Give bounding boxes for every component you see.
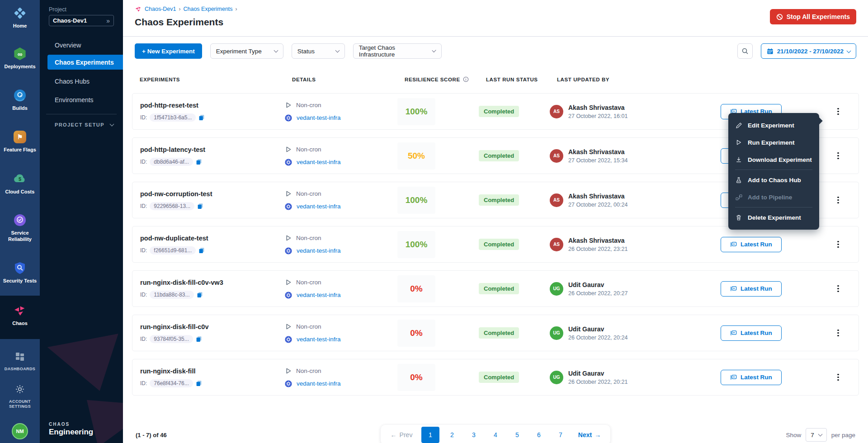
breadcrumb-project[interactable]: Chaos-Dev1 [145, 6, 176, 12]
infrastructure-link[interactable]: vedant-test-infra [297, 114, 341, 121]
menu-item-add-to-pipeline: Add to Pipeline [728, 189, 819, 206]
infrastructure-link[interactable]: vedant-test-infra [297, 203, 341, 210]
updated-timestamp: 26 October 2022, 20:27 [568, 290, 627, 297]
user-avatar[interactable]: NM [12, 423, 28, 439]
row-menu-kebab[interactable] [834, 327, 842, 339]
copy-icon[interactable] [196, 336, 202, 342]
status-filter[interactable]: Status [292, 43, 345, 59]
page-button-2[interactable]: 2 [443, 427, 461, 443]
user-name: Udit Gaurav [568, 281, 627, 288]
security-tests-icon [13, 261, 27, 275]
nav-item-chaos-experiments[interactable]: Chaos Experiments [47, 55, 123, 70]
sidebar-item-cloud-costs[interactable]: $ Cloud Costs [0, 172, 40, 195]
experiment-name[interactable]: pod-http-latency-test [140, 146, 285, 153]
row-menu-kebab[interactable] [834, 371, 842, 384]
user-name: Udit Gaurav [568, 370, 627, 377]
copy-icon[interactable] [198, 114, 205, 121]
play-icon [285, 368, 292, 374]
latest-run-button[interactable]: Latest Run [721, 237, 782, 252]
search-button[interactable] [737, 43, 753, 59]
row-menu-kebab[interactable] [834, 194, 842, 207]
schedule-type: Non-cron [296, 368, 321, 374]
latest-run-button[interactable]: Latest Run [721, 281, 782, 297]
infrastructure-link[interactable]: vedant-test-infra [297, 380, 341, 387]
latest-run-button[interactable]: Latest Run [721, 370, 782, 385]
target-infrastructure-filter[interactable]: Target Chaos Infrastructure [353, 43, 442, 59]
latest-run-button[interactable]: Latest Run [721, 325, 782, 341]
copy-icon[interactable] [196, 380, 202, 386]
per-page-select[interactable]: 7 [806, 428, 827, 442]
row-menu-kebab[interactable] [834, 150, 842, 162]
sidebar-item-builds[interactable]: Builds [0, 89, 40, 112]
menu-item-edit-experiment[interactable]: Edit Experiment [728, 117, 819, 134]
avatar: AS [550, 105, 563, 118]
info-icon[interactable] [463, 76, 469, 82]
copy-icon[interactable] [197, 203, 203, 209]
chevron-down-icon [847, 48, 851, 53]
experiment-name[interactable]: run-nginx-disk-fill-c0v-vw3 [140, 279, 285, 286]
project-selector[interactable]: Chaos-Dev1 » [49, 15, 114, 26]
sidebar-item-home[interactable]: Home [0, 6, 40, 29]
infrastructure-link[interactable]: vedant-test-infra [297, 292, 341, 298]
resilience-score: 100% [397, 98, 435, 125]
copy-icon[interactable] [197, 292, 203, 298]
collapse-icon[interactable]: » [106, 17, 110, 24]
prev-page-button[interactable]: ←Prev [385, 427, 418, 443]
copy-icon[interactable] [198, 247, 205, 254]
menu-item-download-experiment[interactable]: Download Experiment [728, 151, 819, 168]
avatar: UG [550, 326, 563, 340]
row-context-menu: Edit Experiment Run Experiment Download … [728, 113, 819, 230]
chaos-icon [13, 304, 27, 317]
experiment-name[interactable]: pod-nw-corruption-test [140, 190, 285, 198]
experiment-name[interactable]: run-nginx-disk-fill [140, 368, 285, 375]
page-button-6[interactable]: 6 [530, 427, 548, 443]
resilience-score: 50% [397, 142, 435, 170]
experiment-name[interactable]: run-nginx-disk-fill-c0v [140, 323, 285, 330]
sidebar-item-security-tests[interactable]: Security Tests [0, 261, 40, 284]
infrastructure-link[interactable]: vedant-test-infra [297, 336, 341, 343]
next-page-button[interactable]: Next→ [573, 427, 606, 443]
row-menu-kebab[interactable] [834, 283, 842, 295]
page-button-1[interactable]: 1 [421, 427, 439, 443]
stop-all-experiments-button[interactable]: Stop All Experiments [770, 9, 856, 24]
menu-item-run-experiment[interactable]: Run Experiment [728, 134, 819, 151]
project-setup-toggle[interactable]: PROJECT SETUP [55, 122, 113, 127]
experiment-id: f26651d9-681... [150, 246, 196, 254]
user-name: Udit Gaurav [568, 325, 627, 333]
page-button-4[interactable]: 4 [486, 427, 505, 443]
date-range-button[interactable]: 21/10/2022 - 27/10/2022 [761, 43, 856, 59]
menu-item-delete-experiment[interactable]: Delete Experiment [728, 209, 819, 226]
flask-icon [735, 177, 742, 184]
sidebar-item-dashboards[interactable]: DASHBOARDS [0, 350, 40, 372]
infrastructure-link[interactable]: vedant-test-infra [297, 247, 341, 254]
experiment-name[interactable]: pod-nw-duplicate-test [140, 235, 285, 242]
copy-icon[interactable] [196, 159, 202, 165]
nav-item-overview[interactable]: Overview [40, 38, 123, 52]
page-button-7[interactable]: 7 [552, 427, 570, 443]
sidebar-item-account-settings[interactable]: ACCOUNT SETTINGS [0, 382, 40, 410]
breadcrumb-separator: › [179, 6, 180, 12]
sidebar-item-feature-flags[interactable]: ⚑ Feature Flags [0, 130, 40, 153]
sidebar-item-deployments[interactable]: ∞ Deployments [0, 47, 40, 70]
infrastructure-link[interactable]: vedant-test-infra [297, 159, 341, 165]
chevron-down-icon [432, 48, 437, 52]
page-button-5[interactable]: 5 [508, 427, 526, 443]
row-menu-kebab[interactable] [834, 238, 842, 251]
sidebar-item-chaos[interactable]: Chaos [0, 296, 40, 339]
page-button-3[interactable]: 3 [465, 427, 483, 443]
module-label: Home [1, 23, 38, 29]
experiment-type-filter[interactable]: Experiment Type [210, 43, 283, 59]
kubernetes-icon [285, 247, 292, 254]
chevron-down-icon [110, 122, 114, 126]
breadcrumb-page[interactable]: Chaos Experiments [183, 6, 232, 12]
module-label: Deployments [1, 64, 38, 70]
row-menu-kebab[interactable] [834, 105, 842, 118]
stop-icon [776, 14, 783, 20]
experiment-name[interactable]: pod-http-reset-test [140, 102, 285, 109]
nav-item-environments[interactable]: Environments [40, 92, 123, 107]
menu-item-add-to-chaos-hub[interactable]: Add to Chaos Hub [728, 171, 819, 189]
kubernetes-icon [285, 336, 292, 343]
new-experiment-button[interactable]: + New Experiment [135, 43, 202, 59]
nav-item-chaos-hubs[interactable]: Chaos Hubs [40, 74, 123, 89]
sidebar-item-service-reliability[interactable]: Service Reliability [0, 213, 40, 243]
